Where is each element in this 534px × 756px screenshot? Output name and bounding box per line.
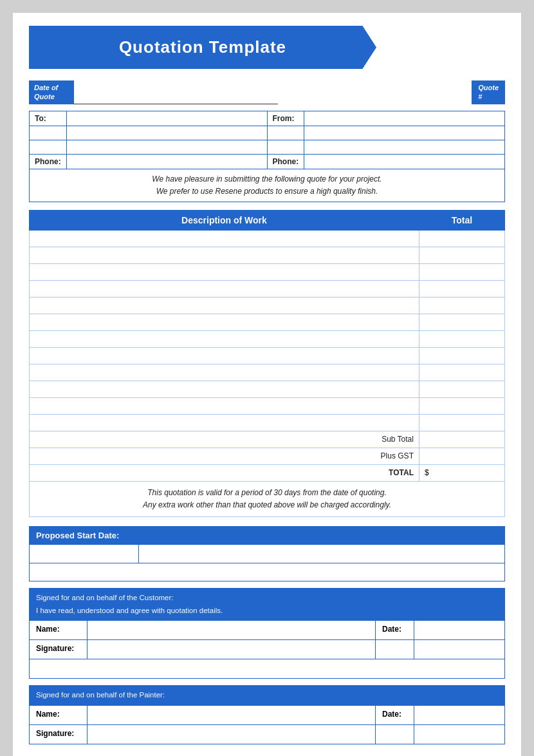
customer-sig-date-label2: [376, 640, 414, 659]
work-desc[interactable]: [30, 297, 419, 314]
painter-sig-date-value2: [414, 725, 504, 744]
work-desc[interactable]: [30, 397, 419, 414]
customer-signature-value[interactable]: [87, 640, 376, 659]
phone-right-label: Phone:: [267, 154, 304, 169]
quote-number-label: Quote#: [472, 80, 505, 104]
work-total[interactable]: [419, 314, 504, 330]
work-row: [30, 230, 505, 247]
work-row: [30, 314, 505, 330]
work-total[interactable]: [419, 330, 504, 347]
footer-note-row: This quotation is valid for a period of …: [30, 481, 505, 516]
work-row: [30, 263, 505, 280]
painter-name-label: Name:: [30, 706, 87, 724]
sub-total-row: Sub Total: [30, 431, 505, 448]
work-total[interactable]: [419, 347, 504, 364]
total-header: Total: [419, 210, 504, 230]
proposed-start-label: Proposed Start Date:: [36, 531, 145, 540]
customer-sig-date-value2: [414, 640, 504, 659]
work-total[interactable]: [419, 397, 504, 414]
customer-name-label: Name:: [30, 621, 87, 639]
title-banner: Quotation Template: [29, 26, 376, 69]
sub-total-label: Sub Total: [30, 431, 419, 448]
painter-name-value[interactable]: [87, 706, 376, 724]
work-desc[interactable]: [30, 247, 419, 263]
proposed-header: Proposed Start Date:: [30, 527, 504, 544]
from-value-1[interactable]: [304, 111, 505, 126]
to-label-blank2: [30, 140, 67, 154]
to-value-1[interactable]: [66, 111, 267, 126]
total-row: TOTAL $: [30, 464, 505, 481]
customer-name-value[interactable]: [87, 621, 376, 639]
work-desc[interactable]: [30, 330, 419, 347]
work-row: [30, 280, 505, 297]
from-value-3[interactable]: [304, 140, 505, 154]
contact-table: To: From: Phone: Phone: We have pleasure…: [29, 111, 505, 202]
work-row: [30, 330, 505, 347]
to-value-2[interactable]: [66, 126, 267, 140]
work-total[interactable]: [419, 297, 504, 314]
work-total[interactable]: [419, 414, 504, 431]
painter-signature-value[interactable]: [87, 725, 376, 744]
work-row: [30, 364, 505, 381]
proposed-right[interactable]: [139, 545, 504, 563]
customer-header-line2: I have read, understood and agree with q…: [36, 605, 498, 618]
to-value-3[interactable]: [66, 140, 267, 154]
work-row: [30, 397, 505, 414]
gst-value[interactable]: [419, 448, 504, 464]
gst-row: Plus GST: [30, 448, 505, 464]
phone-right-value[interactable]: [304, 154, 505, 169]
proposed-value-row: [30, 544, 504, 563]
from-value-2[interactable]: [304, 126, 505, 140]
work-desc[interactable]: [30, 414, 419, 431]
work-desc[interactable]: [30, 230, 419, 247]
painter-date-value[interactable]: [414, 706, 504, 724]
customer-signature-label: Signature:: [30, 640, 87, 659]
painter-sig-section: Signed for and on behalf of the Painter:…: [29, 685, 505, 744]
customer-name-row: Name: Date:: [30, 620, 504, 639]
work-desc[interactable]: [30, 314, 419, 330]
painter-header-line1: Signed for and on behalf of the Painter:: [36, 689, 498, 702]
work-desc[interactable]: [30, 347, 419, 364]
work-total[interactable]: [419, 247, 504, 263]
phone-left-value[interactable]: [66, 154, 267, 169]
total-label: TOTAL: [30, 464, 419, 481]
work-total[interactable]: [419, 230, 504, 247]
customer-sig-spacer: [30, 659, 504, 678]
painter-name-row: Name: Date:: [30, 705, 504, 724]
customer-date-label: Date:: [376, 621, 414, 639]
from-label-blank: [267, 126, 304, 140]
sub-total-value[interactable]: [419, 431, 504, 448]
footer-note: This quotation is valid for a period of …: [30, 481, 505, 516]
page-title: Quotation Template: [48, 37, 357, 57]
work-desc[interactable]: [30, 364, 419, 381]
work-row: [30, 347, 505, 364]
customer-date-value[interactable]: [414, 621, 504, 639]
proposed-start-section: Proposed Start Date:: [29, 526, 505, 581]
work-row: [30, 247, 505, 263]
work-total[interactable]: [419, 364, 504, 381]
proposed-left: [30, 545, 139, 563]
work-row: [30, 381, 505, 397]
work-desc[interactable]: [30, 280, 419, 297]
customer-sig-header: Signed for and on behalf of the Customer…: [30, 589, 504, 620]
customer-header-line1: Signed for and on behalf of the Customer…: [36, 592, 498, 605]
painter-signature-label: Signature:: [30, 725, 87, 744]
work-row: [30, 414, 505, 431]
work-desc[interactable]: [30, 263, 419, 280]
work-total[interactable]: [419, 280, 504, 297]
date-of-quote-value[interactable]: [74, 80, 278, 104]
work-table: Description of Work Total Sub Total: [29, 210, 505, 517]
phone-left-label: Phone:: [30, 154, 67, 169]
from-label: From:: [267, 111, 304, 126]
proposed-spacer: [30, 563, 504, 581]
painter-sig-header: Signed for and on behalf of the Painter:: [30, 686, 504, 705]
work-total[interactable]: [419, 263, 504, 280]
date-of-quote-label: Date ofQuote: [29, 80, 74, 104]
work-total[interactable]: [419, 381, 504, 397]
work-desc[interactable]: [30, 381, 419, 397]
customer-sig-section: Signed for and on behalf of the Customer…: [29, 588, 505, 679]
to-label-blank: [30, 126, 67, 140]
total-value[interactable]: $: [419, 464, 504, 481]
painter-date-label: Date:: [376, 706, 414, 724]
customer-sig-row: Signature:: [30, 639, 504, 659]
